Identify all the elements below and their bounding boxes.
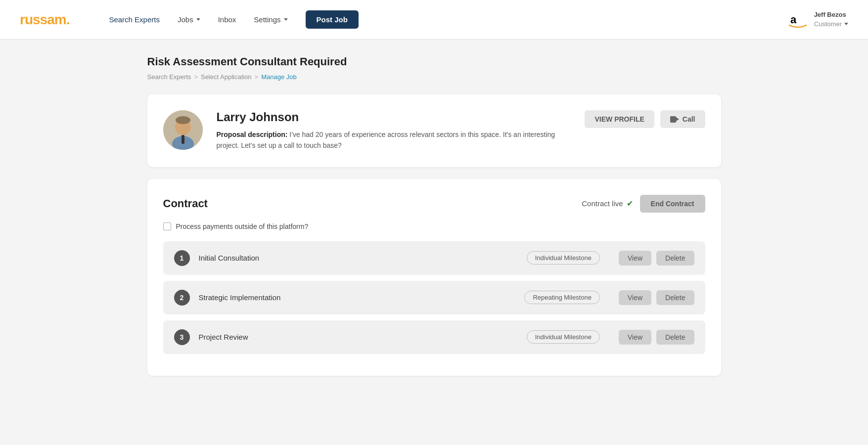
breadcrumb-sep-1: > — [194, 73, 198, 81]
proposal-description: Proposal description: I've had 20 years … — [217, 129, 571, 151]
nav-settings[interactable]: Settings — [254, 15, 287, 24]
header: russam. Search Experts Jobs Inbox Settin… — [0, 0, 868, 40]
contract-live-status: Contract live ✔ — [582, 199, 633, 208]
milestone-badge-1: Individual Milestone — [527, 251, 600, 265]
breadcrumb: Search Experts > Select Application > Ma… — [147, 73, 721, 81]
svg-rect-4 — [182, 135, 184, 144]
checkbox-row: Process payments outside of this platfor… — [163, 222, 705, 230]
table-row: 1 Initial Consultation Individual Milest… — [163, 241, 705, 275]
milestone-number-1: 1 — [174, 250, 190, 266]
profile-row: Larry Johnson Proposal description: I've… — [163, 110, 705, 151]
logo[interactable]: russam. — [20, 12, 69, 28]
svg-point-5 — [176, 116, 190, 124]
nav-jobs[interactable]: Jobs — [178, 15, 200, 24]
milestones-list: 1 Initial Consultation Individual Milest… — [163, 241, 705, 354]
payments-checkbox[interactable] — [163, 222, 171, 230]
milestone-delete-button-1[interactable]: Delete — [656, 251, 694, 266]
milestone-badge-3: Individual Milestone — [527, 330, 600, 344]
contract-card: Contract Contract live ✔ End Contract Pr… — [147, 179, 721, 376]
view-profile-button[interactable]: VIEW PROFILE — [585, 110, 654, 128]
nav-inbox[interactable]: Inbox — [218, 15, 236, 24]
contract-title: Contract — [163, 197, 208, 210]
breadcrumb-search-experts[interactable]: Search Experts — [147, 73, 191, 81]
milestone-actions-3: View Delete — [619, 330, 694, 345]
contract-status-area: Contract live ✔ End Contract — [582, 195, 705, 213]
milestone-actions-1: View Delete — [619, 251, 694, 266]
logo-dot: . — [66, 12, 70, 27]
milestone-view-button-1[interactable]: View — [619, 251, 651, 266]
contract-header: Contract Contract live ✔ End Contract — [163, 195, 705, 213]
breadcrumb-manage-job[interactable]: Manage Job — [261, 73, 297, 81]
user-name: Jeff Bezos — [814, 10, 848, 19]
user-role: Customer — [814, 20, 848, 29]
post-job-button[interactable]: Post Job — [306, 10, 359, 29]
milestone-view-button-2[interactable]: View — [619, 290, 651, 305]
proposal-label: Proposal description: — [217, 131, 288, 138]
milestone-delete-button-3[interactable]: Delete — [656, 330, 694, 345]
expert-card: Larry Johnson Proposal description: I've… — [147, 94, 721, 167]
call-button[interactable]: Call — [660, 110, 705, 128]
milestone-name-1: Initial Consultation — [199, 254, 518, 262]
breadcrumb-select-application[interactable]: Select Application — [201, 73, 252, 81]
milestone-name-3: Project Review — [199, 333, 518, 341]
payments-checkbox-label: Process payments outside of this platfor… — [176, 222, 309, 230]
profile-actions: VIEW PROFILE Call — [585, 110, 705, 128]
breadcrumb-sep-2: > — [255, 73, 259, 81]
settings-chevron-down-icon — [284, 18, 288, 21]
table-row: 2 Strategic Implementation Repeating Mil… — [163, 281, 705, 314]
page-title: Risk Assessment Consultant Required — [147, 55, 721, 68]
video-icon — [670, 116, 679, 123]
user-chevron-down-icon — [844, 23, 848, 25]
profile-info: Larry Johnson Proposal description: I've… — [217, 110, 571, 151]
main: Risk Assessment Consultant Required Sear… — [137, 40, 731, 403]
logo-text: russam — [20, 12, 66, 27]
milestone-actions-2: View Delete — [619, 290, 694, 305]
table-row: 3 Project Review Individual Milestone Vi… — [163, 320, 705, 354]
milestone-number-3: 3 — [174, 329, 190, 345]
milestone-name-2: Strategic Implementation — [199, 293, 516, 302]
svg-text:a: a — [790, 13, 797, 26]
milestone-number-2: 2 — [174, 290, 190, 306]
expert-name: Larry Johnson — [217, 110, 571, 124]
nav: Search Experts Jobs Inbox Settings Post … — [109, 10, 787, 29]
user-info: Jeff Bezos Customer — [814, 10, 848, 28]
avatar — [163, 110, 203, 150]
jobs-chevron-down-icon — [196, 18, 200, 21]
milestone-view-button-3[interactable]: View — [619, 330, 651, 345]
header-right: a Jeff Bezos Customer — [787, 9, 848, 30]
milestone-delete-button-2[interactable]: Delete — [656, 290, 694, 305]
milestone-badge-2: Repeating Milestone — [524, 291, 600, 304]
amazon-logo-icon: a — [787, 9, 808, 30]
check-icon: ✔ — [627, 199, 633, 208]
nav-search-experts[interactable]: Search Experts — [109, 15, 160, 24]
end-contract-button[interactable]: End Contract — [640, 195, 705, 213]
